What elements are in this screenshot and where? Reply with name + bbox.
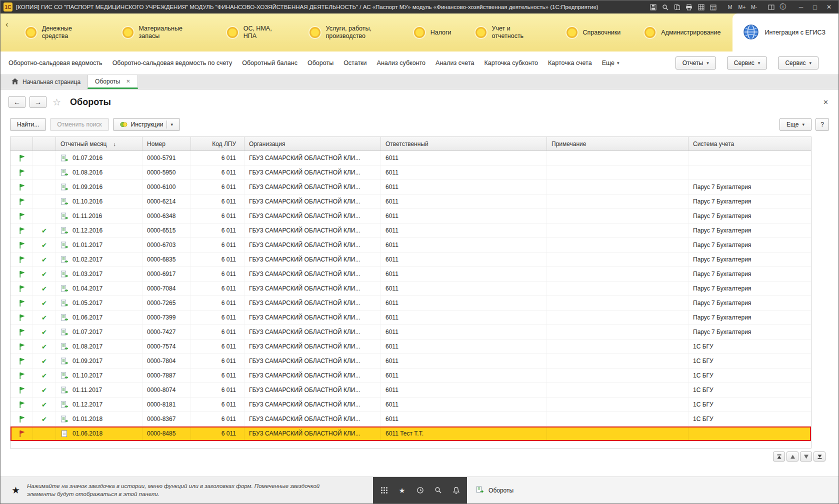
back-button[interactable] xyxy=(8,96,26,108)
table-row[interactable]: 01.03.20170000-69176 011ГБУЗ САМАРСКИЙ О… xyxy=(10,267,811,282)
flag-icon xyxy=(18,430,25,438)
submenu-action-button[interactable]: Отчеты xyxy=(676,56,716,70)
table-icon[interactable] xyxy=(696,2,706,12)
column-header[interactable] xyxy=(10,137,33,150)
ribbon-section[interactable]: Материальные запасы xyxy=(110,14,215,52)
cancel-search-button[interactable]: Отменить поиск xyxy=(50,118,108,131)
check-cell xyxy=(33,354,56,368)
table-row[interactable]: 01.09.20160000-61006 011ГБУЗ САМАРСКИЙ О… xyxy=(10,180,811,194)
close-button[interactable] xyxy=(822,2,836,12)
column-header[interactable]: Ответственный xyxy=(381,137,547,150)
functions-menu-button[interactable] xyxy=(375,477,393,504)
submenu-item[interactable]: Анализ счета xyxy=(436,60,474,66)
column-header[interactable]: Система учета xyxy=(688,137,811,150)
column-header[interactable]: Код ЛПУ xyxy=(191,137,244,150)
table-row[interactable]: 01.04.20170000-70846 011ГБУЗ САМАРСКИЙ О… xyxy=(10,282,811,296)
flag-cell xyxy=(10,296,33,310)
favorites-button[interactable] xyxy=(393,477,411,504)
calc-m-button[interactable]: M xyxy=(724,2,736,12)
calc-m-plus-button[interactable]: M+ xyxy=(736,2,748,12)
check-cell xyxy=(33,412,56,426)
submenu-action-button[interactable]: Сервис xyxy=(727,56,768,70)
table-row[interactable]: 01.07.20160000-57916 011ГБУЗ САМАРСКИЙ О… xyxy=(10,151,811,166)
column-header[interactable]: Отчетный месяц↓ xyxy=(56,137,142,150)
table-row[interactable]: 01.02.20170000-68356 011ГБУЗ САМАРСКИЙ О… xyxy=(10,252,811,267)
submenu-item[interactable]: Остатки xyxy=(344,60,366,66)
column-header[interactable]: Примечание xyxy=(547,137,688,150)
ribbon-section[interactable]: Учет и отчетность xyxy=(464,14,554,52)
responsible-cell: 6011 xyxy=(381,383,547,397)
ribbon-section[interactable]: Администрирование xyxy=(632,14,732,52)
cell-value: 0000-7804 xyxy=(147,358,176,364)
notifications-bell-icon[interactable] xyxy=(447,477,465,504)
search-button[interactable] xyxy=(429,477,447,504)
section-icon xyxy=(414,27,425,38)
submenu-item[interactable]: Карточка счета xyxy=(548,60,592,66)
submenu-more-button[interactable]: Еще xyxy=(602,60,620,66)
forward-button[interactable] xyxy=(30,96,46,108)
calc-m-minus-button[interactable]: M- xyxy=(748,2,760,12)
submenu-item[interactable]: Анализ субконто xyxy=(377,60,426,66)
scroll-up-button[interactable] xyxy=(786,452,798,462)
save-icon[interactable] xyxy=(648,2,658,12)
info-icon[interactable] xyxy=(778,2,788,12)
table-row[interactable]: 01.05.20170000-72656 011ГБУЗ САМАРСКИЙ О… xyxy=(10,296,811,310)
column-header[interactable] xyxy=(33,137,56,150)
form-close-button[interactable] xyxy=(823,98,830,106)
table-row[interactable]: 01.07.20170000-74276 011ГБУЗ САМАРСКИЙ О… xyxy=(10,325,811,340)
tab-close-icon[interactable] xyxy=(126,78,130,84)
copy-icon[interactable] xyxy=(672,2,682,12)
more-button[interactable]: Еще xyxy=(780,118,812,131)
tab-oboroty[interactable]: Обороты xyxy=(88,75,138,89)
scroll-down-button[interactable] xyxy=(800,452,812,462)
note-cell xyxy=(547,194,688,208)
ribbon-section[interactable]: ОС, НМА, НПА xyxy=(215,14,298,52)
table-row[interactable]: 01.10.20160000-62146 011ГБУЗ САМАРСКИЙ О… xyxy=(10,194,811,209)
table-row[interactable]: 01.12.20160000-65156 011ГБУЗ САМАРСКИЙ О… xyxy=(10,224,811,238)
collapse-panel-button[interactable]: ‹ xyxy=(0,14,14,52)
column-header[interactable]: Номер xyxy=(142,137,191,150)
ribbon-section[interactable]: Денежные средства xyxy=(14,14,110,52)
calendar-icon[interactable]: 31 xyxy=(708,2,718,12)
table-row[interactable]: 01.09.20170000-78046 011ГБУЗ САМАРСКИЙ О… xyxy=(10,354,811,368)
submenu-item[interactable]: Оборотно-сальдовая ведомость xyxy=(8,60,102,66)
tab-home[interactable]: Начальная страница xyxy=(4,75,88,89)
table-row[interactable]: 01.10.20170000-78876 011ГБУЗ САМАРСКИЙ О… xyxy=(10,368,811,383)
panels-icon[interactable] xyxy=(766,2,776,12)
submenu-action-button[interactable]: Сервис xyxy=(778,56,818,70)
history-button[interactable] xyxy=(411,477,429,504)
table-row[interactable]: 01.08.20160000-59506 011ГБУЗ САМАРСКИЙ О… xyxy=(10,166,811,180)
help-button[interactable]: ? xyxy=(816,118,829,131)
maximize-button[interactable] xyxy=(808,2,822,12)
ribbon-section[interactable]: Налоги xyxy=(402,14,464,52)
submenu-item[interactable]: Оборотный баланс xyxy=(242,60,298,66)
month-value: 01.07.2017 xyxy=(72,328,102,336)
organization-cell: ГБУЗ САМАРСКИЙ ОБЛАСТНОЙ КЛИ... xyxy=(244,296,381,310)
table-row[interactable]: 01.01.20170000-67036 011ГБУЗ САМАРСКИЙ О… xyxy=(10,238,811,252)
document-icon xyxy=(60,416,68,423)
table-row[interactable]: 01.01.20180000-83676 011ГБУЗ САМАРСКИЙ О… xyxy=(10,412,811,426)
find-button[interactable]: Найти... xyxy=(10,118,46,131)
scroll-top-button[interactable] xyxy=(773,452,785,462)
submenu-item[interactable]: Обороты xyxy=(308,60,334,66)
scroll-bottom-button[interactable] xyxy=(814,452,826,462)
ribbon-section[interactable]: Справочники xyxy=(554,14,633,52)
table-row[interactable]: 01.06.20170000-73996 011ГБУЗ САМАРСКИЙ О… xyxy=(10,310,811,325)
history-item[interactable]: Обороты xyxy=(488,487,514,494)
ribbon-section-egisz[interactable]: Интеграция с ЕГИСЗ xyxy=(732,14,838,52)
favorite-star-icon[interactable] xyxy=(52,96,61,108)
table-row[interactable]: 01.11.20170000-80746 011ГБУЗ САМАРСКИЙ О… xyxy=(10,383,811,398)
submenu-item[interactable]: Оборотно-сальдовая ведомость по счету xyxy=(112,60,232,66)
table-row[interactable]: 01.12.20170000-81816 011ГБУЗ САМАРСКИЙ О… xyxy=(10,398,811,412)
check-cell xyxy=(33,340,56,354)
table-row[interactable]: 01.08.20170000-75746 011ГБУЗ САМАРСКИЙ О… xyxy=(10,340,811,354)
ribbon-section[interactable]: Услуги, работы, производство xyxy=(298,14,402,52)
minimize-button[interactable] xyxy=(794,2,808,12)
instructions-button[interactable]: Инструкции xyxy=(113,118,180,131)
table-row[interactable]: 01.11.20160000-63486 011ГБУЗ САМАРСКИЙ О… xyxy=(10,209,811,224)
print-icon[interactable] xyxy=(684,2,694,12)
column-header[interactable]: Организация xyxy=(244,137,381,150)
table-row[interactable]: 01.06.20180000-84856 011ГБУЗ САМАРСКИЙ О… xyxy=(10,426,811,441)
find-icon[interactable] xyxy=(660,2,670,12)
submenu-item[interactable]: Карточка субконто xyxy=(484,60,538,66)
